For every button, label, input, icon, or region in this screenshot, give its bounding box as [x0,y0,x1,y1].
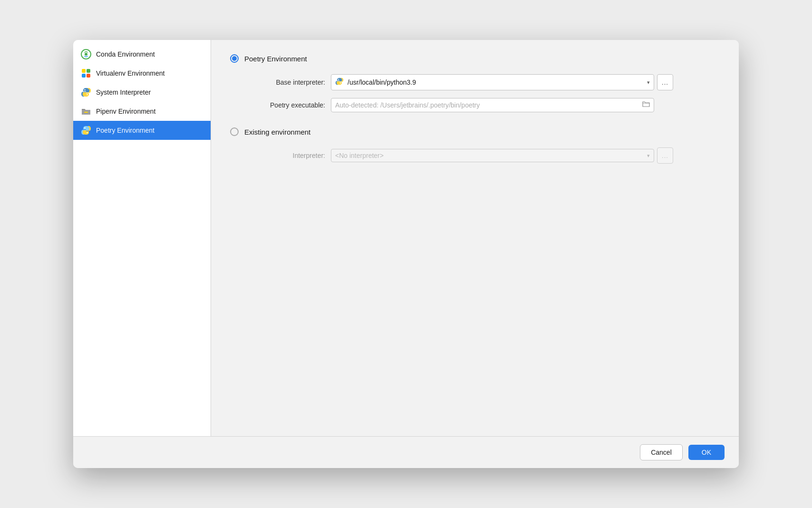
sidebar-item-pipenv[interactable]: Pipenv Environment [73,102,211,121]
system-icon [81,87,91,98]
sidebar-item-poetry-label: Poetry Environment [96,127,155,134]
sidebar-item-system[interactable]: System Interpreter [73,83,211,102]
svg-point-1 [85,53,87,56]
interpreter-arrow: ▾ [647,153,650,159]
svg-point-6 [84,89,85,90]
interpreter-section: Interpreter: <No interpreter> ▾ ... [244,147,720,164]
poetry-icon [81,125,91,136]
poetry-exec-label: Poetry executable: [244,101,325,109]
svg-rect-8 [84,112,88,113]
svg-rect-3 [87,69,90,73]
svg-point-10 [87,132,87,133]
svg-rect-5 [87,74,90,78]
interpreter-placeholder: <No interpreter> [335,152,643,159]
pipenv-icon [81,106,91,117]
sidebar-item-conda-label: Conda Environment [96,50,155,58]
virtualenv-icon [81,68,91,78]
svg-rect-4 [82,74,86,78]
poetry-exec-input[interactable]: Auto-detected: /Users/jetbrains/.poetry/… [331,98,654,112]
interpreter-label: Interpreter: [244,152,325,159]
conda-icon [81,49,91,59]
base-interpreter-more-button[interactable]: ... [657,74,673,90]
interpreter-input-group: <No interpreter> ▾ ... [331,147,720,164]
ok-button[interactable]: OK [688,445,725,460]
sidebar-item-system-label: System Interpreter [96,88,151,96]
sidebar-item-pipenv-label: Pipenv Environment [96,107,155,115]
svg-point-7 [87,94,87,95]
poetry-env-radio[interactable] [230,54,239,63]
sidebar: Conda Environment Virtualenv Environment [73,40,211,436]
existing-env-title: Existing environment [244,128,310,136]
cancel-button[interactable]: Cancel [640,444,683,460]
dialog-body: Conda Environment Virtualenv Environment [73,40,739,436]
existing-env-radio[interactable] [230,127,239,136]
interpreter-more-button[interactable]: ... [657,147,673,164]
base-interpreter-row: Base interpreter: /usr [244,74,720,90]
main-content: Poetry Environment Base interpreter: [211,40,739,436]
sidebar-item-virtualenv-label: Virtualenv Environment [96,69,164,77]
existing-env-section: Existing environment Interpreter: <No in… [230,127,720,164]
poetry-exec-input-group: Auto-detected: /Users/jetbrains/.poetry/… [331,98,720,112]
dialog-footer: Cancel OK [73,436,739,468]
base-interpreter-input-group: /usr/local/bin/python3.9 ▾ ... [331,74,720,90]
svg-point-12 [340,83,341,84]
base-interpreter-value: /usr/local/bin/python3.9 [348,78,643,86]
poetry-exec-row: Poetry executable: Auto-detected: /Users… [244,98,720,112]
dialog: Conda Environment Virtualenv Environment [73,40,739,468]
base-interpreter-dropdown[interactable]: /usr/local/bin/python3.9 ▾ [331,74,654,90]
svg-point-11 [338,79,339,80]
poetry-env-section-title: Poetry Environment [230,54,720,63]
poetry-env-form: Base interpreter: /usr [244,74,720,112]
poetry-env-title: Poetry Environment [244,55,307,63]
interpreter-row: Interpreter: <No interpreter> ▾ ... [244,147,720,164]
interpreter-dropdown[interactable]: <No interpreter> ▾ [331,149,654,162]
base-interpreter-arrow: ▾ [647,79,650,86]
svg-point-9 [84,127,85,128]
python-icon [335,77,344,88]
sidebar-item-conda[interactable]: Conda Environment [73,45,211,64]
existing-env-title-row: Existing environment [230,127,720,136]
poetry-exec-placeholder: Auto-detected: /Users/jetbrains/.poetry/… [335,101,642,109]
sidebar-item-poetry[interactable]: Poetry Environment [73,121,211,140]
base-interpreter-label: Base interpreter: [244,78,325,86]
poetry-exec-folder-icon[interactable] [642,101,650,109]
svg-rect-2 [82,69,86,73]
sidebar-item-virtualenv[interactable]: Virtualenv Environment [73,64,211,83]
